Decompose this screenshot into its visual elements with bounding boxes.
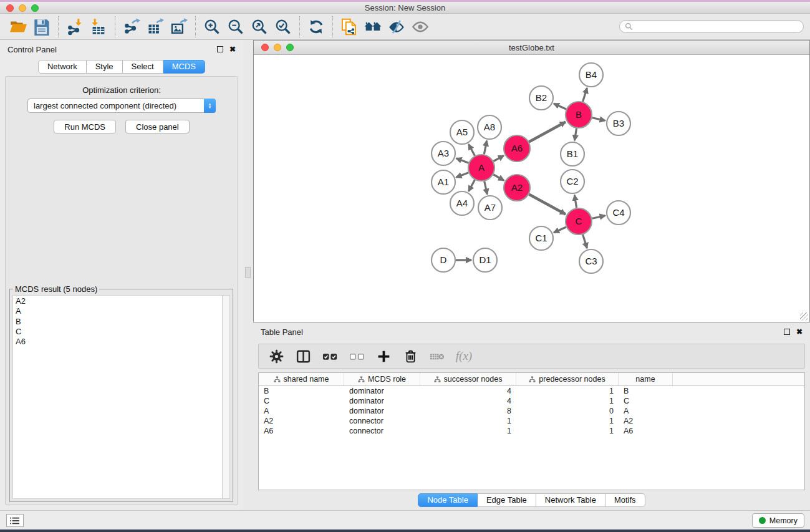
refresh-button[interactable] (304, 16, 328, 38)
zoom-network-button[interactable] (286, 44, 294, 51)
network-window-titlebar[interactable]: testGlobe.txt (254, 41, 809, 55)
graph-edge-A-A4[interactable] (469, 180, 475, 191)
network-graph[interactable]: B4B2BB3A8A5A6A3B1AA1C2A2A4A7C4CC1C3DD1 (254, 55, 809, 322)
search-input[interactable] (636, 22, 798, 31)
graph-edge-A-A7[interactable] (485, 181, 488, 194)
export-network-button[interactable] (120, 16, 143, 38)
mcds-result-title: MCDS result (5 nodes) (13, 284, 99, 294)
toolbar-separator (115, 16, 115, 37)
table-row[interactable]: Cdominator41C (259, 396, 804, 406)
tab-mcds[interactable]: MCDS (163, 60, 205, 74)
select-all-button[interactable] (319, 346, 341, 367)
graph-edge-A2-C[interactable] (529, 195, 566, 215)
open-session-button[interactable] (6, 16, 30, 38)
table-row[interactable]: A2connector11A2 (259, 416, 804, 426)
delete-table-button[interactable] (426, 346, 448, 367)
graph-node-label: D1 (479, 254, 491, 265)
close-window-button[interactable] (6, 4, 14, 12)
table-tab-node-table[interactable]: Node Table (418, 493, 478, 507)
column-header-shared-name[interactable]: shared name (259, 373, 344, 385)
graph-edge-A-A3[interactable] (456, 158, 469, 163)
graph-edge-C-C2[interactable] (574, 195, 576, 208)
mcds-result-item[interactable]: A2 (16, 296, 222, 306)
graph-edge-B-B1[interactable] (574, 128, 576, 141)
minimize-window-button[interactable] (19, 4, 26, 12)
mcds-result-item[interactable]: C (16, 327, 222, 337)
export-table-icon (147, 18, 164, 36)
graph-edge-C-C3[interactable] (583, 235, 587, 248)
graph-edge-A-A8[interactable] (484, 141, 486, 155)
toolbar-search[interactable] (619, 20, 804, 33)
graph-edge-A-A5[interactable] (469, 144, 475, 155)
resize-grip-icon[interactable] (800, 312, 808, 321)
column-header-successor-nodes[interactable]: successor nodes (420, 373, 516, 385)
graph-edge-B-B3[interactable] (592, 118, 605, 121)
float-table-panel-icon[interactable] (784, 329, 790, 335)
zoom-out-button[interactable] (224, 16, 248, 38)
table-row[interactable]: Bdominator41B (259, 386, 804, 396)
export-image-button[interactable] (167, 16, 191, 38)
column-header-label: name (635, 375, 655, 384)
divider-grip-icon[interactable] (245, 267, 251, 278)
add-column-button[interactable] (372, 346, 395, 367)
graph-edge-C-C4[interactable] (592, 216, 605, 219)
graph-edge-B-B4[interactable] (583, 88, 587, 102)
memory-button[interactable]: Memory (752, 513, 804, 528)
graph-edge-C-C1[interactable] (554, 227, 566, 233)
column-header-name[interactable]: name (619, 373, 673, 385)
column-layout-button[interactable] (292, 346, 314, 367)
home-icon (364, 18, 382, 36)
column-header-mcds-role[interactable]: MCDS role (344, 373, 420, 385)
close-network-button[interactable] (261, 44, 269, 51)
table-tab-motifs[interactable]: Motifs (605, 493, 645, 507)
import-network-button[interactable] (63, 16, 87, 38)
close-panel-icon[interactable]: ✖ (229, 46, 236, 52)
graph-edge-A6-B[interactable] (529, 122, 566, 142)
save-session-button[interactable] (30, 16, 54, 38)
result-scrollbar[interactable] (222, 296, 229, 498)
panel-divider[interactable] (243, 40, 253, 510)
desktop-edge (0, 530, 810, 532)
zoom-window-button[interactable] (31, 4, 39, 12)
zoom-fit-button[interactable] (248, 16, 271, 38)
table-cell: B (259, 387, 344, 395)
float-panel-icon[interactable] (217, 46, 223, 52)
table-tab-network-table[interactable]: Network Table (536, 493, 605, 507)
graph-edge-B-B2[interactable] (554, 104, 566, 109)
import-table-button[interactable] (87, 16, 110, 38)
deselect-all-button[interactable] (345, 346, 368, 367)
task-history-button[interactable] (6, 514, 24, 527)
zoom-selected-button[interactable] (271, 16, 295, 38)
table-row[interactable]: A6connector11A6 (259, 426, 804, 436)
table-tab-edge-table[interactable]: Edge Table (478, 493, 536, 507)
close-table-panel-icon[interactable]: ✖ (796, 329, 803, 335)
tab-style[interactable]: Style (87, 60, 123, 74)
memory-label: Memory (769, 516, 798, 525)
graph-edge-A-A2[interactable] (493, 175, 504, 180)
table-row[interactable]: Adominator80A (259, 406, 804, 416)
table-cell: connector (344, 427, 420, 435)
function-builder-button[interactable]: f(x) (453, 346, 475, 367)
graph-edge-A-A6[interactable] (493, 155, 504, 161)
new-network-from-selection-button[interactable] (337, 16, 361, 38)
graph-node-label: C2 (566, 176, 578, 186)
close-panel-button[interactable]: Close panel (125, 120, 190, 133)
hide-graphics-details-button[interactable] (385, 16, 408, 38)
tab-select[interactable]: Select (123, 60, 163, 74)
delete-button[interactable] (399, 346, 422, 367)
mcds-result-item[interactable]: A (16, 306, 222, 316)
optimization-criterion-dropdown[interactable]: largest connected component (directed) ▲… (27, 99, 216, 113)
export-table-button[interactable] (143, 16, 167, 38)
minimize-network-button[interactable] (274, 44, 281, 51)
show-graphics-details-button[interactable] (408, 16, 432, 38)
run-mcds-button[interactable]: Run MCDS (54, 120, 116, 133)
mcds-result-item[interactable]: A6 (16, 337, 222, 347)
column-header-predecessor-nodes[interactable]: predecessor nodes (516, 373, 619, 385)
home-button[interactable] (361, 16, 385, 38)
mcds-result-item[interactable]: B (16, 317, 222, 327)
tab-network[interactable]: Network (38, 60, 87, 74)
table-body: Bdominator41BCdominator41CAdominator80AA… (259, 386, 804, 436)
table-settings-button[interactable] (265, 346, 287, 367)
graph-edge-A-A1[interactable] (456, 173, 469, 177)
zoom-in-button[interactable] (200, 16, 224, 38)
